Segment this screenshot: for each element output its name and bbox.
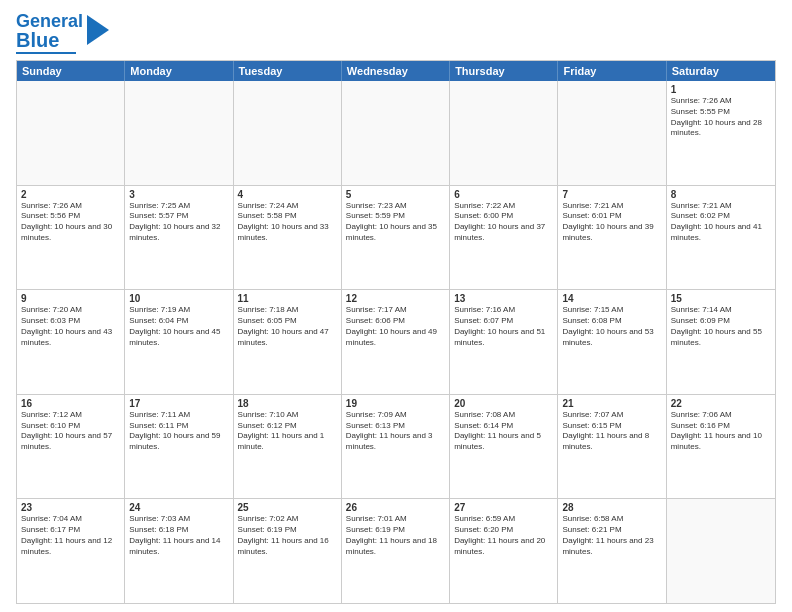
calendar-cell: 5Sunrise: 7:23 AM Sunset: 5:59 PM Daylig… <box>342 186 450 290</box>
day-info: Sunrise: 7:25 AM Sunset: 5:57 PM Dayligh… <box>129 201 228 244</box>
day-number: 15 <box>671 293 771 304</box>
day-number: 14 <box>562 293 661 304</box>
day-info: Sunrise: 7:01 AM Sunset: 6:19 PM Dayligh… <box>346 514 445 557</box>
day-number: 22 <box>671 398 771 409</box>
calendar-cell: 17Sunrise: 7:11 AM Sunset: 6:11 PM Dayli… <box>125 395 233 499</box>
calendar-cell: 11Sunrise: 7:18 AM Sunset: 6:05 PM Dayli… <box>234 290 342 394</box>
page: General Blue SundayMondayTuesdayWednesda… <box>0 0 792 612</box>
header-day-sunday: Sunday <box>17 61 125 81</box>
calendar: SundayMondayTuesdayWednesdayThursdayFrid… <box>16 60 776 604</box>
day-number: 3 <box>129 189 228 200</box>
day-info: Sunrise: 7:03 AM Sunset: 6:18 PM Dayligh… <box>129 514 228 557</box>
day-number: 28 <box>562 502 661 513</box>
day-info: Sunrise: 7:21 AM Sunset: 6:02 PM Dayligh… <box>671 201 771 244</box>
day-info: Sunrise: 7:12 AM Sunset: 6:10 PM Dayligh… <box>21 410 120 453</box>
calendar-cell: 3Sunrise: 7:25 AM Sunset: 5:57 PM Daylig… <box>125 186 233 290</box>
calendar-cell: 4Sunrise: 7:24 AM Sunset: 5:58 PM Daylig… <box>234 186 342 290</box>
day-info: Sunrise: 7:14 AM Sunset: 6:09 PM Dayligh… <box>671 305 771 348</box>
day-number: 21 <box>562 398 661 409</box>
day-number: 13 <box>454 293 553 304</box>
logo-underline <box>16 52 76 54</box>
day-info: Sunrise: 7:26 AM Sunset: 5:55 PM Dayligh… <box>671 96 771 139</box>
header-day-monday: Monday <box>125 61 233 81</box>
calendar-cell: 15Sunrise: 7:14 AM Sunset: 6:09 PM Dayli… <box>667 290 775 394</box>
day-number: 26 <box>346 502 445 513</box>
day-number: 5 <box>346 189 445 200</box>
day-number: 7 <box>562 189 661 200</box>
calendar-row-5: 23Sunrise: 7:04 AM Sunset: 6:17 PM Dayli… <box>17 498 775 603</box>
calendar-cell <box>125 81 233 185</box>
calendar-cell: 6Sunrise: 7:22 AM Sunset: 6:00 PM Daylig… <box>450 186 558 290</box>
calendar-cell <box>558 81 666 185</box>
calendar-row-3: 9Sunrise: 7:20 AM Sunset: 6:03 PM Daylig… <box>17 289 775 394</box>
day-number: 20 <box>454 398 553 409</box>
day-number: 12 <box>346 293 445 304</box>
day-info: Sunrise: 7:20 AM Sunset: 6:03 PM Dayligh… <box>21 305 120 348</box>
header-day-tuesday: Tuesday <box>234 61 342 81</box>
day-number: 1 <box>671 84 771 95</box>
calendar-cell: 24Sunrise: 7:03 AM Sunset: 6:18 PM Dayli… <box>125 499 233 603</box>
day-number: 27 <box>454 502 553 513</box>
calendar-cell: 18Sunrise: 7:10 AM Sunset: 6:12 PM Dayli… <box>234 395 342 499</box>
calendar-cell: 28Sunrise: 6:58 AM Sunset: 6:21 PM Dayli… <box>558 499 666 603</box>
calendar-cell: 22Sunrise: 7:06 AM Sunset: 6:16 PM Dayli… <box>667 395 775 499</box>
day-number: 11 <box>238 293 337 304</box>
calendar-cell: 21Sunrise: 7:07 AM Sunset: 6:15 PM Dayli… <box>558 395 666 499</box>
day-info: Sunrise: 7:19 AM Sunset: 6:04 PM Dayligh… <box>129 305 228 348</box>
day-info: Sunrise: 7:09 AM Sunset: 6:13 PM Dayligh… <box>346 410 445 453</box>
calendar-cell: 2Sunrise: 7:26 AM Sunset: 5:56 PM Daylig… <box>17 186 125 290</box>
day-number: 17 <box>129 398 228 409</box>
calendar-cell: 19Sunrise: 7:09 AM Sunset: 6:13 PM Dayli… <box>342 395 450 499</box>
day-info: Sunrise: 7:02 AM Sunset: 6:19 PM Dayligh… <box>238 514 337 557</box>
day-number: 18 <box>238 398 337 409</box>
calendar-cell: 8Sunrise: 7:21 AM Sunset: 6:02 PM Daylig… <box>667 186 775 290</box>
day-info: Sunrise: 6:59 AM Sunset: 6:20 PM Dayligh… <box>454 514 553 557</box>
header-day-saturday: Saturday <box>667 61 775 81</box>
header-day-thursday: Thursday <box>450 61 558 81</box>
day-info: Sunrise: 7:17 AM Sunset: 6:06 PM Dayligh… <box>346 305 445 348</box>
header-day-friday: Friday <box>558 61 666 81</box>
day-number: 10 <box>129 293 228 304</box>
day-info: Sunrise: 7:18 AM Sunset: 6:05 PM Dayligh… <box>238 305 337 348</box>
day-info: Sunrise: 7:21 AM Sunset: 6:01 PM Dayligh… <box>562 201 661 244</box>
day-info: Sunrise: 7:06 AM Sunset: 6:16 PM Dayligh… <box>671 410 771 453</box>
day-number: 8 <box>671 189 771 200</box>
calendar-cell: 27Sunrise: 6:59 AM Sunset: 6:20 PM Dayli… <box>450 499 558 603</box>
calendar-cell <box>450 81 558 185</box>
day-info: Sunrise: 7:26 AM Sunset: 5:56 PM Dayligh… <box>21 201 120 244</box>
calendar-cell: 1Sunrise: 7:26 AM Sunset: 5:55 PM Daylig… <box>667 81 775 185</box>
calendar-body: 1Sunrise: 7:26 AM Sunset: 5:55 PM Daylig… <box>17 81 775 603</box>
calendar-cell: 12Sunrise: 7:17 AM Sunset: 6:06 PM Dayli… <box>342 290 450 394</box>
calendar-cell: 26Sunrise: 7:01 AM Sunset: 6:19 PM Dayli… <box>342 499 450 603</box>
calendar-cell: 14Sunrise: 7:15 AM Sunset: 6:08 PM Dayli… <box>558 290 666 394</box>
day-number: 23 <box>21 502 120 513</box>
calendar-cell <box>342 81 450 185</box>
day-info: Sunrise: 7:15 AM Sunset: 6:08 PM Dayligh… <box>562 305 661 348</box>
day-number: 6 <box>454 189 553 200</box>
day-number: 9 <box>21 293 120 304</box>
calendar-cell: 25Sunrise: 7:02 AM Sunset: 6:19 PM Dayli… <box>234 499 342 603</box>
calendar-row-2: 2Sunrise: 7:26 AM Sunset: 5:56 PM Daylig… <box>17 185 775 290</box>
logo: General Blue <box>16 12 109 54</box>
day-info: Sunrise: 7:24 AM Sunset: 5:58 PM Dayligh… <box>238 201 337 244</box>
day-info: Sunrise: 7:07 AM Sunset: 6:15 PM Dayligh… <box>562 410 661 453</box>
day-number: 24 <box>129 502 228 513</box>
calendar-cell <box>667 499 775 603</box>
calendar-cell: 9Sunrise: 7:20 AM Sunset: 6:03 PM Daylig… <box>17 290 125 394</box>
day-number: 16 <box>21 398 120 409</box>
day-info: Sunrise: 7:11 AM Sunset: 6:11 PM Dayligh… <box>129 410 228 453</box>
header-day-wednesday: Wednesday <box>342 61 450 81</box>
calendar-row-4: 16Sunrise: 7:12 AM Sunset: 6:10 PM Dayli… <box>17 394 775 499</box>
day-info: Sunrise: 7:23 AM Sunset: 5:59 PM Dayligh… <box>346 201 445 244</box>
day-info: Sunrise: 7:16 AM Sunset: 6:07 PM Dayligh… <box>454 305 553 348</box>
calendar-cell <box>17 81 125 185</box>
calendar-cell: 13Sunrise: 7:16 AM Sunset: 6:07 PM Dayli… <box>450 290 558 394</box>
header: General Blue <box>16 12 776 54</box>
day-info: Sunrise: 7:08 AM Sunset: 6:14 PM Dayligh… <box>454 410 553 453</box>
calendar-cell: 23Sunrise: 7:04 AM Sunset: 6:17 PM Dayli… <box>17 499 125 603</box>
logo-blue: Blue <box>16 30 83 50</box>
logo-general: General <box>16 11 83 31</box>
calendar-cell: 10Sunrise: 7:19 AM Sunset: 6:04 PM Dayli… <box>125 290 233 394</box>
calendar-cell: 7Sunrise: 7:21 AM Sunset: 6:01 PM Daylig… <box>558 186 666 290</box>
day-info: Sunrise: 7:10 AM Sunset: 6:12 PM Dayligh… <box>238 410 337 453</box>
